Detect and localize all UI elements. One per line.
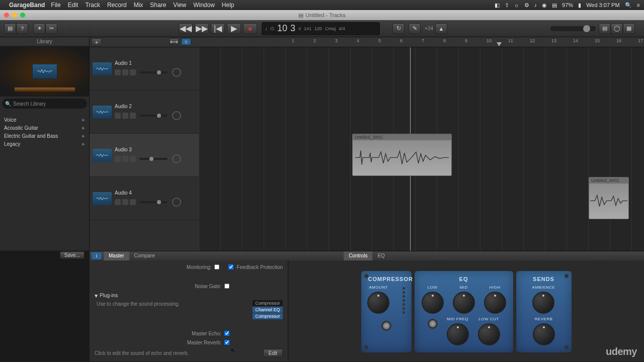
track-volume-slider[interactable]	[139, 158, 168, 160]
battery-icon[interactable]: ▮	[578, 2, 581, 9]
track-header-4[interactable]: Audio 4	[90, 177, 199, 220]
library-search-input[interactable]: 🔍 Search Library	[2, 99, 87, 109]
solo-button[interactable]	[122, 156, 128, 162]
zoom-window-button[interactable]	[20, 13, 25, 18]
dropbox-icon[interactable]: ⇪	[505, 2, 509, 9]
timeline[interactable]: Untitled_3#01 Untitled_4#01	[199, 47, 644, 251]
noise-gate-checkbox[interactable]	[224, 284, 229, 289]
library-save-button[interactable]: Save...	[60, 251, 85, 259]
reverb-knob[interactable]	[533, 323, 555, 345]
quick-help-button[interactable]: ?	[16, 23, 28, 34]
stop-button[interactable]: |◀	[211, 23, 225, 34]
snap-button[interactable]: ▿	[181, 38, 191, 45]
eq-low-cut-knob[interactable]	[478, 323, 500, 345]
track-volume-slider[interactable]	[139, 201, 168, 203]
inspector-toggle-button[interactable]: i	[92, 252, 102, 259]
solo-button[interactable]	[122, 69, 128, 75]
mute-button[interactable]	[115, 199, 121, 205]
track-zoom-button[interactable]: ⟷	[169, 38, 179, 45]
menu-mix[interactable]: Mix	[134, 2, 143, 9]
track-volume-slider[interactable]	[139, 115, 168, 117]
lcd-signature[interactable]: 4/4	[339, 26, 345, 31]
menu-window[interactable]: Window	[193, 2, 215, 9]
forward-button[interactable]: ▶▶	[195, 23, 209, 34]
spotlight-icon[interactable]: 🔍	[625, 2, 632, 9]
compare-button[interactable]: Compare	[129, 251, 160, 260]
tuner-button[interactable]: ✎	[409, 23, 421, 34]
mute-button[interactable]	[115, 69, 121, 75]
notification-icon[interactable]: ≡	[637, 2, 640, 8]
volume-icon[interactable]: ♪	[534, 2, 537, 8]
compressor-jack[interactable]	[381, 321, 391, 331]
input-button[interactable]	[130, 113, 136, 119]
solo-button[interactable]	[122, 199, 128, 205]
menu-record[interactable]: Record	[107, 2, 127, 9]
play-button[interactable]: ▶	[227, 23, 241, 34]
library-toggle-button[interactable]: ▤	[4, 23, 16, 34]
master-tab[interactable]: Master	[104, 251, 129, 260]
menu-track[interactable]: Track	[85, 2, 100, 9]
plugin-slot[interactable]: Compressor	[253, 300, 283, 306]
track-header-2[interactable]: Audio 2	[90, 90, 199, 134]
track-pan-knob[interactable]	[172, 68, 181, 77]
track-header-1[interactable]: Audio 1	[90, 47, 199, 90]
media-browser-button[interactable]: ▦	[623, 23, 635, 34]
audio-region-4[interactable]: Untitled_4#01	[589, 177, 629, 219]
lcd-bar[interactable]: 10	[277, 23, 287, 34]
eq-tab[interactable]: EQ	[372, 251, 389, 260]
compressor-amount-knob[interactable]	[367, 292, 389, 314]
track-volume-slider[interactable]	[139, 71, 168, 73]
library-item-voice[interactable]: Voice▶	[0, 116, 89, 124]
track-pan-knob[interactable]	[172, 198, 181, 207]
menu-share[interactable]: Share	[150, 2, 166, 9]
eq-mid-freq-knob[interactable]	[447, 323, 469, 345]
master-volume-slider[interactable]	[550, 26, 596, 31]
library-item-acoustic-guitar[interactable]: Acoustic Guitar▶	[0, 124, 89, 132]
eq-jack[interactable]	[428, 319, 438, 329]
plugin-slot[interactable]: Compressor	[253, 313, 283, 319]
master-echo-checkbox[interactable]	[224, 331, 229, 336]
plugin-slot[interactable]: Channel EQ	[253, 307, 283, 313]
menu-file[interactable]: File	[51, 2, 60, 9]
mute-button[interactable]	[115, 113, 121, 119]
editors-button[interactable]: ✂	[45, 23, 57, 34]
lcd-div[interactable]: 4	[298, 26, 301, 31]
controls-tab[interactable]: Controls	[344, 251, 372, 260]
battery-percent[interactable]: 97%	[562, 2, 573, 8]
eq-high-knob[interactable]	[484, 292, 506, 314]
app-name[interactable]: GarageBand	[9, 2, 45, 9]
plugins-section[interactable]: ▶Plug-ins	[90, 291, 288, 300]
timeline-ruler[interactable]: 1 2 3 4 5 6 7 8 9 10 11 12 13 14 15 16 1…	[287, 37, 644, 47]
playhead-icon[interactable]	[497, 42, 502, 46]
audio-region-3[interactable]: Untitled_3#01	[352, 134, 452, 176]
input-button[interactable]	[130, 69, 136, 75]
menu-view[interactable]: View	[173, 2, 186, 9]
smart-controls-button[interactable]: ✶	[33, 23, 45, 34]
input-button[interactable]	[130, 156, 136, 162]
add-track-button[interactable]: +	[92, 38, 102, 46]
library-item-electric-guitar[interactable]: Electric Guitar and Bass▶	[0, 132, 89, 140]
mute-button[interactable]	[115, 156, 121, 162]
lcd-display[interactable]: ♩ ⌬ 10 3 4 141 120 Cmaj 4/4	[262, 22, 380, 35]
bluetooth-icon[interactable]: ⚙	[524, 2, 529, 9]
ambience-knob[interactable]	[532, 292, 554, 314]
monitoring-checkbox[interactable]	[214, 264, 219, 269]
notepad-button[interactable]: ▤	[599, 23, 611, 34]
menu-edit[interactable]: Edit	[68, 2, 78, 9]
eq-mid-knob[interactable]	[453, 292, 475, 314]
lcd-tempo[interactable]: 120	[314, 26, 322, 31]
track-header-3[interactable]: Audio 3	[90, 134, 199, 177]
rewind-button[interactable]: ◀◀	[179, 23, 193, 34]
close-window-button[interactable]	[4, 13, 9, 18]
lcd-tick[interactable]: 141	[304, 26, 311, 31]
status-icon[interactable]: ◧	[495, 2, 500, 9]
track-pan-knob[interactable]	[172, 154, 181, 163]
solo-button[interactable]	[122, 113, 128, 119]
lcd-beat[interactable]: 3	[290, 23, 295, 34]
eq-low-knob[interactable]	[422, 292, 444, 314]
cycle-button[interactable]: ↻	[392, 23, 405, 34]
minimize-window-button[interactable]	[12, 13, 17, 18]
clock[interactable]: Wed 3:07 PM	[586, 2, 619, 8]
airplay-icon[interactable]: ▤	[552, 2, 557, 9]
record-button[interactable]: ●	[243, 23, 257, 34]
